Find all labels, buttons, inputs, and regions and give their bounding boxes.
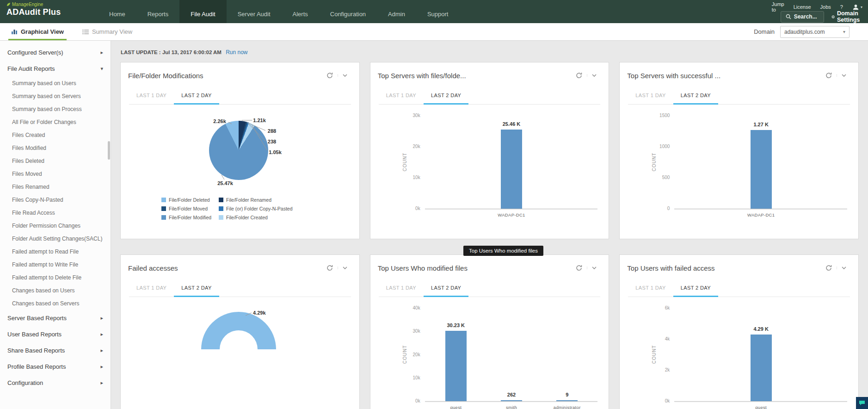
- tab-last-1-day[interactable]: LAST 1 DAY: [379, 280, 424, 297]
- chevron-down-icon[interactable]: [587, 74, 601, 77]
- refresh-icon[interactable]: [821, 72, 837, 79]
- user-menu[interactable]: ▾: [852, 4, 862, 11]
- x-axis-labels: guestsmithadministrator: [428, 405, 595, 409]
- sidebar-section-share-based-reports[interactable]: Share Based Reports▸: [0, 342, 111, 359]
- sidebar-item-files-renamed[interactable]: Files Renamed: [0, 180, 111, 193]
- bar[interactable]: [501, 400, 522, 401]
- bar[interactable]: [751, 130, 772, 209]
- view-tab-summary-view[interactable]: Summary View: [78, 23, 137, 40]
- main-content: LAST UPDATE : Jul 13, 2017 6:00:02 AM Ru…: [111, 41, 868, 409]
- sidebar-section-label: Server Based Reports: [7, 315, 67, 322]
- sidebar-item-changes-based-on-users[interactable]: Changes based on Users: [0, 284, 111, 297]
- chevron-down-icon[interactable]: [837, 74, 851, 77]
- sidebar-section-user-based-reports[interactable]: User Based Reports▸: [0, 326, 111, 342]
- nav-item-home[interactable]: Home: [98, 0, 136, 23]
- tab-last-2-day[interactable]: LAST 2 DAY: [424, 87, 468, 105]
- tab-last-1-day[interactable]: LAST 1 DAY: [628, 87, 673, 105]
- sidebar-scrollbar[interactable]: [108, 141, 110, 160]
- card-actions: [322, 261, 352, 271]
- nav-item-support[interactable]: Support: [416, 0, 460, 23]
- nav-item-admin[interactable]: Admin: [377, 0, 416, 23]
- sidebar-item-files-deleted[interactable]: Files Deleted: [0, 155, 111, 167]
- donut-chart[interactable]: [201, 312, 276, 349]
- sidebar-item-folder-permission-changes[interactable]: Folder Permission Changes: [0, 219, 111, 232]
- bar-slot: 9: [548, 308, 585, 401]
- last-update-label: LAST UPDATE :: [121, 50, 161, 55]
- refresh-icon[interactable]: [322, 72, 338, 79]
- chat-widget-button[interactable]: [856, 397, 868, 409]
- tab-last-1-day[interactable]: LAST 1 DAY: [379, 87, 424, 105]
- sidebar-item-failed-attempt-to-delete-file[interactable]: Failed attempt to Delete File: [0, 271, 111, 284]
- nav-item-alerts[interactable]: Alerts: [282, 0, 319, 23]
- nav-item-file-audit[interactable]: File Audit: [179, 0, 226, 23]
- sidebar-item-files-copy-n-pasted[interactable]: Files Copy-N-Pasted: [0, 193, 111, 206]
- sidebar-item-failed-attempt-to-read-file[interactable]: Failed attempt to Read File: [0, 245, 111, 258]
- refresh-icon[interactable]: [821, 265, 837, 271]
- y-axis-tick: 500: [643, 175, 670, 180]
- sidebar-item-files-moved[interactable]: Files Moved: [0, 167, 111, 180]
- nav-item-configuration[interactable]: Configuration: [319, 0, 377, 23]
- card-header: Top Servers with files/folde...: [370, 62, 609, 85]
- tab-last-2-day[interactable]: LAST 2 DAY: [673, 87, 718, 105]
- sidebar-section-configured-server-s[interactable]: Configured Server(s)▸: [0, 44, 111, 61]
- search-button[interactable]: Search...: [781, 11, 824, 23]
- sidebar-section-server-based-reports[interactable]: Server Based Reports▸: [0, 310, 111, 326]
- user-avatar-icon: [852, 4, 859, 11]
- bar-plot: 1.27 K: [677, 116, 844, 209]
- quick-link-jobs[interactable]: Jobs: [820, 4, 831, 10]
- sidebar-item-summary-based-on-users[interactable]: Summary based on Users: [0, 77, 111, 90]
- refresh-icon[interactable]: [571, 72, 587, 79]
- tab-last-2-day[interactable]: LAST 2 DAY: [673, 280, 718, 297]
- domain-select[interactable]: adauditplus.com ▾: [780, 26, 850, 38]
- bar[interactable]: [556, 400, 578, 401]
- bar-slot: 25.46 K: [493, 116, 530, 209]
- tab-last-1-day[interactable]: LAST 1 DAY: [129, 280, 174, 297]
- sidebar-item-folder-audit-setting-changes-sacl[interactable]: Folder Audit Setting Changes(SACL): [0, 232, 111, 245]
- chevron-down-icon[interactable]: [338, 266, 352, 269]
- x-axis-labels: WADAP-DC1: [428, 212, 595, 217]
- tab-last-2-day[interactable]: LAST 2 DAY: [174, 87, 219, 105]
- sidebar-item-summary-based-on-servers[interactable]: Summary based on Servers: [0, 90, 111, 103]
- brand-block: ManageEngine ADAudit Plus: [6, 2, 61, 17]
- chart-legend: File/Folder DeletedFile/Folder RenamedFi…: [161, 197, 293, 220]
- legend-swatch: [219, 206, 223, 211]
- view-tab-graphical-view[interactable]: Graphical View: [6, 23, 68, 40]
- chevron-down-icon[interactable]: [338, 74, 352, 77]
- x-axis-category: smith: [484, 405, 539, 409]
- chevron-right-icon: ▸: [100, 364, 103, 370]
- sidebar-section-profile-based-reports[interactable]: Profile Based Reports▸: [0, 359, 111, 375]
- chevron-down-icon[interactable]: [837, 266, 851, 269]
- sidebar-item-failed-attempt-to-write-file[interactable]: Failed attempt to Write File: [0, 258, 111, 271]
- card-tabs: LAST 1 DAYLAST 2 DAY: [379, 87, 601, 105]
- quick-link-license[interactable]: License: [794, 4, 811, 10]
- chevron-down-icon[interactable]: [587, 266, 601, 269]
- run-now-link[interactable]: Run now: [226, 49, 247, 56]
- domain-settings-button[interactable]: Domain Settings: [831, 10, 862, 23]
- sidebar-item-file-read-access[interactable]: File Read Access: [0, 206, 111, 219]
- chevron-right-icon: ▸: [100, 315, 103, 321]
- main-nav: HomeReportsFile AuditServer AuditAlertsC…: [98, 0, 460, 23]
- refresh-icon[interactable]: [322, 265, 338, 271]
- bar[interactable]: [445, 331, 467, 401]
- tab-last-2-day[interactable]: LAST 2 DAY: [174, 280, 219, 297]
- refresh-icon[interactable]: [571, 265, 587, 271]
- card-title: Top Users Who modified files: [378, 260, 572, 272]
- sidebar-item-summary-based-on-process[interactable]: Summary based on Process: [0, 103, 111, 116]
- quick-link-[interactable]: ?: [840, 4, 843, 10]
- tab-last-1-day[interactable]: LAST 1 DAY: [628, 280, 673, 297]
- tab-last-2-day[interactable]: LAST 2 DAY: [424, 280, 468, 297]
- sidebar-section-file-audit-reports[interactable]: File Audit Reports▾: [0, 61, 111, 77]
- sidebar-item-changes-based-on-servers[interactable]: Changes based on Servers: [0, 297, 111, 310]
- top-navbar: ManageEngine ADAudit Plus HomeReportsFil…: [0, 0, 868, 23]
- sidebar-item-all-file-or-folder-changes[interactable]: All File or Folder Changes: [0, 116, 111, 129]
- nav-item-reports[interactable]: Reports: [136, 0, 180, 23]
- nav-item-server-audit[interactable]: Server Audit: [227, 0, 282, 23]
- bar[interactable]: [501, 130, 522, 209]
- bar[interactable]: [751, 335, 772, 401]
- sidebar-section-configuration[interactable]: Configuration▸: [0, 375, 111, 391]
- tab-last-1-day[interactable]: LAST 1 DAY: [129, 87, 174, 105]
- sidebar-item-files-created[interactable]: Files Created: [0, 129, 111, 142]
- sidebar-item-files-modified[interactable]: Files Modified: [0, 142, 111, 155]
- view-tab-label: Graphical View: [21, 28, 64, 35]
- pie-chart[interactable]: [209, 121, 268, 180]
